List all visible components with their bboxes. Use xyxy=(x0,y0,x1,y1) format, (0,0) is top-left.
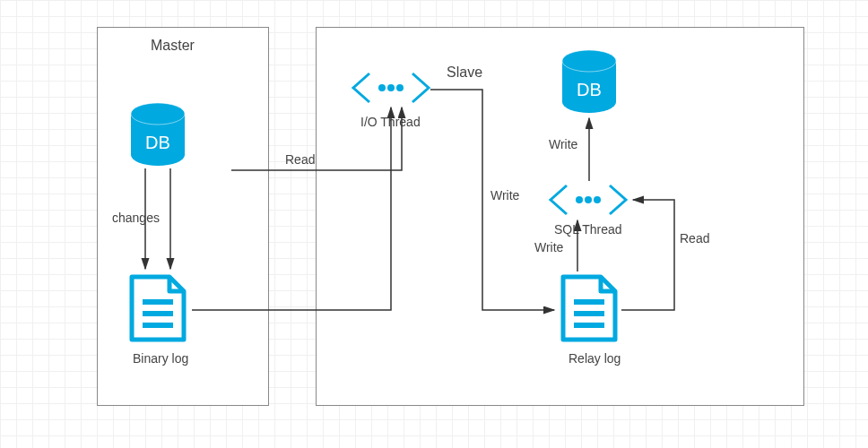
binary-log-label: Binary log xyxy=(133,351,188,366)
document-icon xyxy=(558,273,621,345)
changes-label: changes xyxy=(112,211,160,225)
svg-point-11 xyxy=(576,196,583,203)
read-relay-sql-label: Read xyxy=(680,231,709,246)
svg-point-13 xyxy=(594,196,601,203)
slave-db-label: DB xyxy=(560,80,619,100)
slave-title: Slave xyxy=(447,65,482,81)
io-thread-label: I/O Thread xyxy=(360,115,421,129)
svg-point-12 xyxy=(585,196,592,203)
thread-icon xyxy=(545,184,631,216)
relay-log-label: Relay log xyxy=(569,351,621,366)
thread-icon xyxy=(348,72,434,104)
write-relay-sql-label: Write xyxy=(534,240,563,254)
document-icon xyxy=(126,273,189,345)
svg-point-10 xyxy=(396,84,404,91)
master-db-label: DB xyxy=(128,133,187,153)
write-sql-db-label: Write xyxy=(549,137,577,151)
write-io-relay-label: Write xyxy=(490,188,519,202)
master-title: Master xyxy=(151,38,195,54)
svg-point-9 xyxy=(387,84,395,91)
sql-thread-label: SQL Thread xyxy=(554,222,622,237)
read-label: Read xyxy=(285,152,315,167)
svg-point-8 xyxy=(378,84,386,91)
